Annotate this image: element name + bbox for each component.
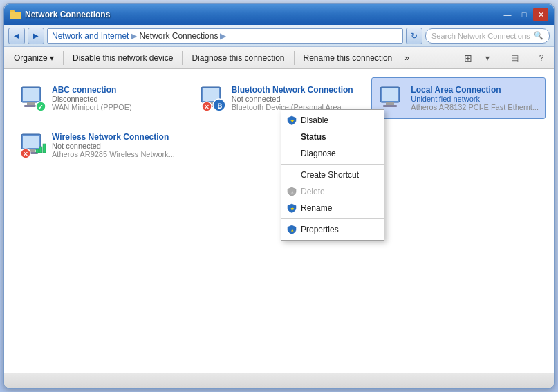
breadcrumb: Network and Internet ▶ Network Connectio… — [47, 28, 403, 44]
status-bar — [4, 373, 554, 388]
window-title: Network Connections — [25, 10, 110, 19]
breadcrumb-sep-2: ▶ — [220, 31, 226, 41]
wireless-name[interactable]: Wireless Network Connection — [52, 132, 180, 142]
svg-text:✕: ✕ — [23, 151, 28, 158]
help-button[interactable]: ? — [533, 50, 550, 66]
wireless-status: Not connected — [52, 142, 180, 150]
local-computer-icon — [378, 84, 405, 112]
ctx-delete-label: Delete — [301, 187, 325, 196]
bluetooth-info: Bluetooth Network Connection Not connect… — [232, 85, 360, 111]
local-info: Local Area Connection Unidentified netwo… — [411, 85, 539, 111]
ctx-diagnose[interactable]: Diagnose — [281, 145, 384, 162]
shield-icon-rename: ★ — [287, 203, 297, 213]
svg-rect-22 — [23, 136, 39, 148]
ctx-sep-1 — [281, 164, 384, 165]
svg-rect-25 — [36, 149, 39, 153]
rename-button[interactable]: Rename this connection — [298, 49, 398, 67]
abc-detail: WAN Miniport (PPPOE) — [52, 103, 180, 111]
svg-text:✓: ✓ — [38, 104, 44, 111]
connection-wireless[interactable]: ✕ Wireless Network Connection Not connec… — [12, 124, 187, 166]
back-button[interactable]: ◀ — [8, 28, 25, 44]
toolbar-sep-5 — [528, 51, 528, 65]
title-bar: Network Connections — □ ✕ — [4, 4, 554, 25]
disable-button[interactable]: Disable this network device — [67, 49, 178, 67]
abc-icon-wrapper: ✓ — [19, 84, 46, 112]
title-controls: — □ ✕ — [500, 8, 548, 21]
forward-button[interactable]: ▶ — [28, 28, 44, 44]
content-area: ✓ ABC connection Disconnected WAN Minipo… — [4, 69, 554, 373]
connection-local[interactable]: Local Area Connection Unidentified netwo… — [371, 77, 546, 119]
wireless-icon-wrapper: ✕ — [19, 131, 46, 159]
wireless-computer-icon: ✕ — [19, 131, 46, 159]
organize-button[interactable]: Organize ▾ — [8, 49, 59, 67]
ctx-diagnose-label: Diagnose — [301, 149, 336, 158]
search-icon: 🔍 — [534, 31, 543, 40]
ctx-disable[interactable]: ★ Disable — [281, 112, 384, 129]
abc-computer-icon: ✓ — [19, 84, 46, 112]
shield-icon-delete: ★ — [287, 187, 297, 196]
breadcrumb-network-internet[interactable]: Network and Internet — [52, 31, 129, 41]
window-icon — [10, 9, 21, 20]
toolbar: Organize ▾ Disable this network device D… — [4, 47, 554, 69]
ctx-status[interactable]: Status — [281, 129, 384, 145]
bluetooth-icon-wrapper: ʙ ✕ — [198, 84, 226, 112]
svg-rect-2 — [10, 12, 21, 19]
bluetooth-status: Not connected — [232, 95, 360, 103]
address-bar: ◀ ▶ Network and Internet ▶ Network Conne… — [4, 25, 554, 47]
toolbar-right: ⊞ ▾ ▤ ? — [460, 50, 550, 66]
main-window: Network Connections — □ ✕ ◀ ▶ Network an… — [3, 3, 555, 389]
ctx-properties[interactable]: ★ Properties — [281, 221, 384, 238]
ctx-sep-2 — [281, 218, 384, 219]
connection-abc[interactable]: ✓ ABC connection Disconnected WAN Minipo… — [12, 77, 187, 119]
ctx-properties-label: Properties — [301, 225, 339, 234]
shield-icon-properties: ★ — [287, 225, 297, 234]
connections-grid: ✓ ABC connection Disconnected WAN Minipo… — [12, 77, 546, 166]
local-detail: Atheros AR8132 PCI-E Fast Ethernt... — [411, 103, 539, 111]
close-button[interactable]: ✕ — [533, 8, 548, 21]
local-icon-wrapper — [378, 84, 405, 112]
toolbar-sep-4 — [501, 51, 501, 65]
ctx-delete: ★ Delete — [281, 183, 384, 200]
abc-info: ABC connection Disconnected WAN Miniport… — [52, 85, 180, 111]
ctx-shortcut-label: Create Shortcut — [301, 170, 359, 180]
title-bar-left: Network Connections — [10, 9, 110, 20]
toolbar-sep-1 — [63, 51, 64, 65]
svg-rect-5 — [27, 102, 35, 105]
svg-rect-27 — [43, 144, 46, 153]
shield-icon-disable: ★ — [287, 115, 297, 125]
ctx-disable-label: Disable — [301, 115, 328, 125]
svg-rect-4 — [23, 88, 39, 101]
maximize-button[interactable]: □ — [517, 8, 532, 21]
search-box[interactable]: Search Network Connections 🔍 — [425, 28, 550, 44]
context-menu: ★ Disable Status Diagnose Create Shortcu… — [281, 109, 384, 241]
minimize-button[interactable]: — — [500, 8, 515, 21]
ctx-rename[interactable]: ★ Rename — [281, 200, 384, 216]
abc-name[interactable]: ABC connection — [52, 85, 180, 95]
ctx-create-shortcut[interactable]: Create Shortcut — [281, 167, 384, 183]
ctx-status-label: Status — [301, 132, 326, 142]
breadcrumb-network-connections: Network Connections — [139, 31, 218, 41]
breadcrumb-sep-1: ▶ — [131, 31, 137, 41]
ctx-rename-label: Rename — [301, 203, 332, 213]
svg-rect-19 — [386, 102, 394, 105]
svg-rect-20 — [383, 105, 397, 107]
wireless-detail: Atheros AR9285 Wireless Network... — [52, 150, 180, 158]
refresh-button[interactable]: ↻ — [406, 28, 422, 44]
svg-rect-26 — [39, 147, 42, 153]
toolbar-sep-2 — [182, 51, 183, 65]
more-button[interactable]: » — [399, 49, 415, 67]
view-icon-button[interactable]: ⊞ — [460, 50, 476, 66]
abc-status: Disconnected — [52, 95, 180, 103]
svg-text:✕: ✕ — [204, 104, 210, 111]
local-status: Unidentified network — [411, 95, 539, 103]
svg-rect-18 — [382, 88, 398, 101]
svg-text:ʙ: ʙ — [216, 101, 221, 111]
view-dropdown-button[interactable]: ▾ — [479, 50, 496, 66]
bluetooth-name[interactable]: Bluetooth Network Connection — [232, 85, 360, 95]
local-name[interactable]: Local Area Connection — [411, 85, 539, 95]
search-placeholder: Search Network Connections — [431, 32, 530, 40]
bluetooth-computer-icon: ʙ ✕ — [198, 84, 226, 112]
wireless-info: Wireless Network Connection Not connecte… — [52, 132, 180, 158]
preview-pane-button[interactable]: ▤ — [506, 50, 523, 66]
diagnose-button[interactable]: Diagnose this connection — [186, 49, 290, 67]
